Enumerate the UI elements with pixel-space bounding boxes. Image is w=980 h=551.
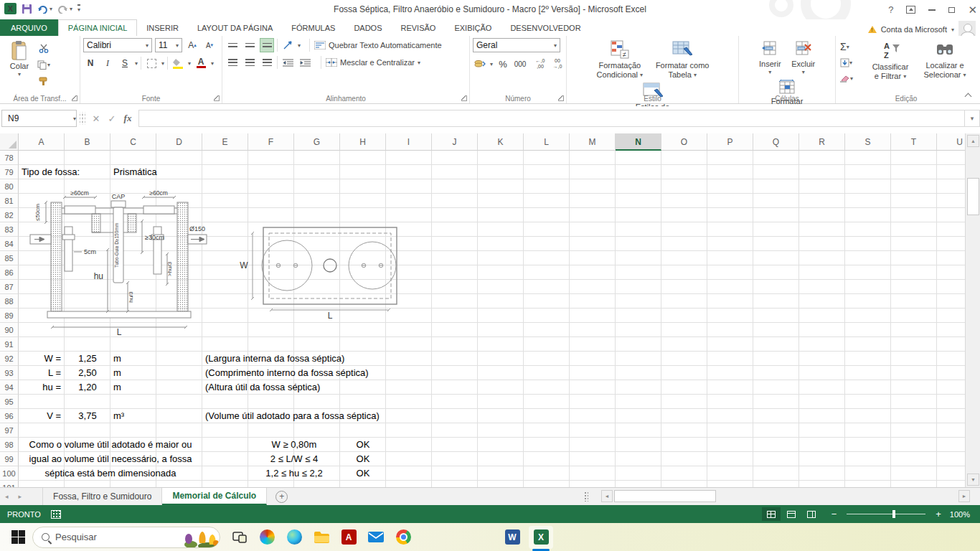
word-taskbar-icon[interactable]: W	[503, 528, 522, 547]
zoom-slider[interactable]	[847, 514, 925, 514]
row-header-79[interactable]: 79	[0, 165, 19, 179]
align-bottom-button[interactable]	[260, 38, 274, 52]
name-box[interactable]: N9▾	[1, 110, 77, 127]
row-header-92[interactable]: 92	[0, 352, 19, 366]
comma-style-button[interactable]: 000	[513, 57, 527, 71]
align-center-button[interactable]	[242, 55, 257, 70]
column-header-Q[interactable]: Q	[753, 133, 799, 151]
row-header-98[interactable]: 98	[0, 438, 19, 452]
close-button[interactable]: ✕	[968, 4, 977, 17]
font-family-combo[interactable]: Calibri▾	[83, 38, 152, 52]
row-header-94[interactable]: 94	[0, 380, 19, 395]
acrobat-icon[interactable]: A	[339, 528, 358, 547]
align-left-button[interactable]	[225, 55, 240, 70]
number-dialog-launcher[interactable]	[558, 95, 564, 101]
row-header-89[interactable]: 89	[0, 309, 19, 323]
zoom-level[interactable]: 100%	[950, 510, 970, 519]
cell-C93[interactable]: m	[110, 366, 156, 380]
sheet-nav-right-icon[interactable]: ▸	[14, 493, 27, 500]
cell-E96[interactable]: (Volume útil adotado para a fossa séptic…	[202, 409, 248, 423]
row-header-88[interactable]: 88	[0, 294, 19, 309]
mail-icon[interactable]	[367, 528, 385, 547]
align-right-button[interactable]	[260, 55, 274, 70]
conditional-formatting-button[interactable]: ≠ FormataçãoCondicional▾	[591, 38, 649, 80]
zoom-slider-handle[interactable]	[892, 510, 895, 518]
cell-F100[interactable]: 1,2 ≤ hu ≤ 2,2	[248, 466, 340, 481]
row-header-100[interactable]: 100	[0, 466, 19, 481]
row-header-95[interactable]: 95	[0, 395, 19, 409]
decrease-indent-button[interactable]	[281, 55, 295, 70]
tab-pagina-inicial[interactable]: PÁGINA INICIAL	[58, 19, 138, 36]
column-header-O[interactable]: O	[661, 133, 707, 151]
tab-arquivo[interactable]: ARQUIVO	[0, 19, 58, 36]
font-color-button[interactable]: A	[194, 56, 208, 70]
row-header-87[interactable]: 87	[0, 280, 19, 294]
row-header-83[interactable]: 83	[0, 222, 19, 237]
row-header-97[interactable]: 97	[0, 423, 19, 438]
row-header-82[interactable]: 82	[0, 208, 19, 222]
percent-style-button[interactable]: %	[496, 57, 510, 71]
chrome-icon[interactable]	[394, 528, 413, 547]
insert-function-icon[interactable]: fx	[120, 113, 136, 124]
row-header-81[interactable]: 81	[0, 194, 19, 208]
vertical-scroll-thumb[interactable]	[967, 178, 979, 215]
clear-button[interactable]: ▾	[839, 71, 863, 85]
row-header-91[interactable]: 91	[0, 337, 19, 352]
restore-button[interactable]	[948, 7, 955, 13]
cell-F99[interactable]: 2 ≤ L/W ≤ 4	[248, 452, 340, 466]
sheet-tab-fossa[interactable]: Fossa, Filtro e Sumidouro	[42, 488, 162, 505]
column-header-G[interactable]: G	[294, 133, 340, 151]
column-header-J[interactable]: J	[432, 133, 478, 151]
column-header-E[interactable]: E	[202, 133, 248, 151]
row-header-90[interactable]: 90	[0, 323, 19, 337]
cell-A93[interactable]: L =	[19, 366, 65, 380]
new-sheet-button[interactable]: +	[275, 491, 288, 503]
cell-C79[interactable]: Prismática	[110, 165, 156, 179]
splitter-handle[interactable]	[584, 491, 588, 501]
page-layout-view-button[interactable]	[782, 507, 801, 521]
column-header-M[interactable]: M	[570, 133, 616, 151]
spreadsheet-grid[interactable]: ABCDEFGHIJKLMNOPQRSTU 787980818283848586…	[0, 133, 965, 487]
orientation-button[interactable]	[281, 38, 295, 52]
cell-A96[interactable]: V =	[19, 409, 65, 423]
column-header-H[interactable]: H	[340, 133, 386, 151]
delete-cells-button[interactable]: Excluir▾	[788, 38, 819, 75]
fill-button[interactable]: ▾	[839, 55, 863, 70]
select-all-corner[interactable]	[0, 133, 19, 151]
row-header-101[interactable]: 101	[0, 481, 19, 487]
row-header-80[interactable]: 80	[0, 179, 19, 194]
scroll-down-icon[interactable]: ▼	[967, 474, 979, 486]
column-header-U[interactable]: U	[937, 133, 965, 151]
zoom-out-icon[interactable]: −	[831, 509, 837, 519]
scroll-right-icon[interactable]: ►	[958, 490, 970, 502]
wrap-text-button[interactable]: Quebrar Texto Automaticamente	[313, 38, 443, 52]
increase-indent-button[interactable]	[298, 55, 312, 70]
normal-view-button[interactable]	[762, 507, 781, 521]
tab-dados[interactable]: DADOS	[344, 19, 391, 36]
row-header-93[interactable]: 93	[0, 366, 19, 380]
fill-color-button[interactable]	[171, 56, 185, 70]
account-dropdown-icon[interactable]: ▾	[951, 27, 954, 33]
underline-button[interactable]: S	[118, 56, 132, 70]
scroll-left-icon[interactable]: ◄	[601, 490, 613, 502]
find-select-button[interactable]: Localizar eSelecionar▾	[918, 38, 972, 85]
merge-center-button[interactable]: Mesclar e Centralizar▾	[324, 55, 422, 70]
cut-button[interactable]	[36, 41, 52, 55]
tab-exibicao[interactable]: EXIBIÇÃO	[445, 19, 501, 36]
bold-button[interactable]: N	[83, 56, 98, 70]
font-size-combo[interactable]: 11▾	[155, 38, 182, 52]
alignment-dialog-launcher[interactable]	[461, 95, 467, 101]
tab-layout-da-pagina[interactable]: LAYOUT DA PÁGINA	[188, 19, 282, 36]
column-header-S[interactable]: S	[845, 133, 891, 151]
underline-dropdown-icon[interactable]: ▾	[135, 60, 138, 67]
row-header-84[interactable]: 84	[0, 237, 19, 251]
scroll-up-icon[interactable]: ▲	[967, 135, 979, 147]
column-header-A[interactable]: A	[19, 133, 65, 151]
insert-cells-button[interactable]: Inserir▾	[755, 38, 785, 75]
decrease-font-icon[interactable]: A▾	[202, 38, 217, 52]
decrease-decimal-button[interactable]: 00→,0	[550, 57, 565, 71]
row-header-99[interactable]: 99	[0, 452, 19, 466]
format-as-table-button[interactable]: Formatar comoTabela▾	[651, 38, 714, 80]
accounting-format-button[interactable]	[473, 57, 487, 71]
edge-icon[interactable]	[285, 528, 303, 547]
